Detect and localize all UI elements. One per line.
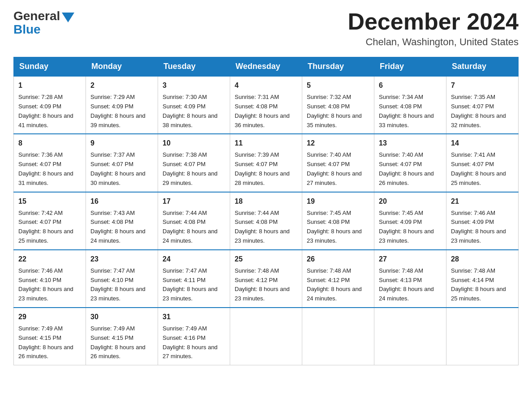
day-info: Sunrise: 7:37 AMSunset: 4:07 PMDaylight:… <box>90 150 153 188</box>
calendar-cell: 5Sunrise: 7:32 AMSunset: 4:08 PMDaylight… <box>302 76 374 134</box>
day-number: 9 <box>90 138 153 149</box>
day-info: Sunrise: 7:29 AMSunset: 4:09 PMDaylight:… <box>90 93 153 130</box>
day-number: 8 <box>18 138 81 149</box>
month-title: December 2024 <box>348 9 519 34</box>
logo-blue-text: Blue <box>13 22 41 37</box>
calendar-cell: 1Sunrise: 7:28 AMSunset: 4:09 PMDaylight… <box>14 76 86 134</box>
day-number: 12 <box>307 138 369 149</box>
calendar-week-4: 22Sunrise: 7:46 AMSunset: 4:10 PMDayligh… <box>14 250 519 308</box>
day-info: Sunrise: 7:39 AMSunset: 4:07 PMDaylight:… <box>235 150 297 188</box>
calendar-cell: 15Sunrise: 7:42 AMSunset: 4:07 PMDayligh… <box>14 192 86 250</box>
day-number: 25 <box>235 254 297 265</box>
day-info: Sunrise: 7:48 AMSunset: 4:14 PMDaylight:… <box>451 266 514 304</box>
calendar-header-row: SundayMondayTuesdayWednesdayThursdayFrid… <box>14 57 519 77</box>
day-info: Sunrise: 7:30 AMSunset: 4:09 PMDaylight:… <box>163 93 225 130</box>
calendar-cell: 16Sunrise: 7:43 AMSunset: 4:08 PMDayligh… <box>86 192 158 250</box>
calendar-cell: 7Sunrise: 7:35 AMSunset: 4:07 PMDaylight… <box>446 76 519 134</box>
day-info: Sunrise: 7:40 AMSunset: 4:07 PMDaylight:… <box>307 150 369 188</box>
calendar-header-thursday: Thursday <box>302 57 374 77</box>
day-number: 7 <box>451 80 514 91</box>
calendar-cell: 24Sunrise: 7:47 AMSunset: 4:11 PMDayligh… <box>158 250 230 308</box>
day-info: Sunrise: 7:42 AMSunset: 4:07 PMDaylight:… <box>18 209 81 246</box>
day-info: Sunrise: 7:38 AMSunset: 4:07 PMDaylight:… <box>163 150 225 188</box>
day-info: Sunrise: 7:49 AMSunset: 4:15 PMDaylight:… <box>90 324 153 361</box>
calendar-header-wednesday: Wednesday <box>230 57 302 77</box>
day-number: 29 <box>18 312 81 322</box>
calendar-cell <box>374 308 446 365</box>
day-number: 24 <box>163 254 225 265</box>
calendar-week-3: 15Sunrise: 7:42 AMSunset: 4:07 PMDayligh… <box>14 192 519 250</box>
day-number: 15 <box>18 196 81 207</box>
day-number: 16 <box>90 196 153 207</box>
day-info: Sunrise: 7:43 AMSunset: 4:08 PMDaylight:… <box>90 209 153 246</box>
day-number: 20 <box>379 196 442 207</box>
day-info: Sunrise: 7:44 AMSunset: 4:08 PMDaylight:… <box>235 209 297 246</box>
day-info: Sunrise: 7:46 AMSunset: 4:09 PMDaylight:… <box>451 209 514 246</box>
calendar-cell: 19Sunrise: 7:45 AMSunset: 4:08 PMDayligh… <box>302 192 374 250</box>
calendar-cell: 10Sunrise: 7:38 AMSunset: 4:07 PMDayligh… <box>158 134 230 192</box>
day-info: Sunrise: 7:35 AMSunset: 4:07 PMDaylight:… <box>451 93 514 130</box>
calendar-cell: 29Sunrise: 7:49 AMSunset: 4:15 PMDayligh… <box>14 308 86 365</box>
calendar-cell: 4Sunrise: 7:31 AMSunset: 4:08 PMDaylight… <box>230 76 302 134</box>
day-number: 3 <box>163 80 225 91</box>
day-number: 30 <box>90 312 153 322</box>
calendar-header-monday: Monday <box>86 57 158 77</box>
day-number: 19 <box>307 196 369 207</box>
calendar-cell <box>446 308 519 365</box>
calendar-header-sunday: Sunday <box>14 57 86 77</box>
calendar-cell: 26Sunrise: 7:48 AMSunset: 4:12 PMDayligh… <box>302 250 374 308</box>
day-number: 13 <box>379 138 442 149</box>
day-number: 23 <box>90 254 153 265</box>
day-info: Sunrise: 7:48 AMSunset: 4:12 PMDaylight:… <box>235 266 297 304</box>
day-info: Sunrise: 7:48 AMSunset: 4:12 PMDaylight:… <box>307 266 369 304</box>
day-number: 22 <box>18 254 81 265</box>
page-header: General Blue December 2024 Chelan, Washi… <box>13 9 519 48</box>
calendar-cell: 18Sunrise: 7:44 AMSunset: 4:08 PMDayligh… <box>230 192 302 250</box>
day-number: 21 <box>451 196 514 207</box>
day-number: 26 <box>307 254 369 265</box>
calendar-week-5: 29Sunrise: 7:49 AMSunset: 4:15 PMDayligh… <box>14 308 519 365</box>
calendar-cell: 25Sunrise: 7:48 AMSunset: 4:12 PMDayligh… <box>230 250 302 308</box>
calendar-cell: 23Sunrise: 7:47 AMSunset: 4:10 PMDayligh… <box>86 250 158 308</box>
day-info: Sunrise: 7:34 AMSunset: 4:08 PMDaylight:… <box>379 93 442 130</box>
calendar-week-2: 8Sunrise: 7:36 AMSunset: 4:07 PMDaylight… <box>14 134 519 192</box>
calendar-header-saturday: Saturday <box>446 57 519 77</box>
calendar-cell: 6Sunrise: 7:34 AMSunset: 4:08 PMDaylight… <box>374 76 446 134</box>
title-area: December 2024 Chelan, Washington, United… <box>348 9 519 48</box>
calendar-cell: 14Sunrise: 7:41 AMSunset: 4:07 PMDayligh… <box>446 134 519 192</box>
logo: General Blue <box>13 9 74 37</box>
day-number: 4 <box>235 80 297 91</box>
calendar-cell <box>230 308 302 365</box>
calendar-cell: 28Sunrise: 7:48 AMSunset: 4:14 PMDayligh… <box>446 250 519 308</box>
day-number: 2 <box>90 80 153 91</box>
calendar-cell: 17Sunrise: 7:44 AMSunset: 4:08 PMDayligh… <box>158 192 230 250</box>
day-info: Sunrise: 7:47 AMSunset: 4:10 PMDaylight:… <box>90 266 153 304</box>
day-info: Sunrise: 7:48 AMSunset: 4:13 PMDaylight:… <box>379 266 442 304</box>
day-number: 11 <box>235 138 297 149</box>
calendar-cell: 3Sunrise: 7:30 AMSunset: 4:09 PMDaylight… <box>158 76 230 134</box>
location-subtitle: Chelan, Washington, United States <box>348 36 519 48</box>
day-info: Sunrise: 7:49 AMSunset: 4:16 PMDaylight:… <box>163 324 225 361</box>
logo-triangle-icon <box>62 13 74 22</box>
calendar-cell: 30Sunrise: 7:49 AMSunset: 4:15 PMDayligh… <box>86 308 158 365</box>
calendar-table: SundayMondayTuesdayWednesdayThursdayFrid… <box>13 57 519 365</box>
day-info: Sunrise: 7:47 AMSunset: 4:11 PMDaylight:… <box>163 266 225 304</box>
day-info: Sunrise: 7:36 AMSunset: 4:07 PMDaylight:… <box>18 150 81 188</box>
calendar-header-tuesday: Tuesday <box>158 57 230 77</box>
calendar-cell: 31Sunrise: 7:49 AMSunset: 4:16 PMDayligh… <box>158 308 230 365</box>
day-info: Sunrise: 7:40 AMSunset: 4:07 PMDaylight:… <box>379 150 442 188</box>
calendar-week-1: 1Sunrise: 7:28 AMSunset: 4:09 PMDaylight… <box>14 76 519 134</box>
day-info: Sunrise: 7:44 AMSunset: 4:08 PMDaylight:… <box>163 209 225 246</box>
day-number: 6 <box>379 80 442 91</box>
day-number: 31 <box>163 312 225 322</box>
day-info: Sunrise: 7:45 AMSunset: 4:09 PMDaylight:… <box>379 209 442 246</box>
day-number: 17 <box>163 196 225 207</box>
day-info: Sunrise: 7:32 AMSunset: 4:08 PMDaylight:… <box>307 93 369 130</box>
calendar-cell: 8Sunrise: 7:36 AMSunset: 4:07 PMDaylight… <box>14 134 86 192</box>
day-info: Sunrise: 7:31 AMSunset: 4:08 PMDaylight:… <box>235 93 297 130</box>
calendar-cell: 27Sunrise: 7:48 AMSunset: 4:13 PMDayligh… <box>374 250 446 308</box>
day-number: 1 <box>18 80 81 91</box>
calendar-cell: 13Sunrise: 7:40 AMSunset: 4:07 PMDayligh… <box>374 134 446 192</box>
calendar-cell: 11Sunrise: 7:39 AMSunset: 4:07 PMDayligh… <box>230 134 302 192</box>
day-number: 14 <box>451 138 514 149</box>
